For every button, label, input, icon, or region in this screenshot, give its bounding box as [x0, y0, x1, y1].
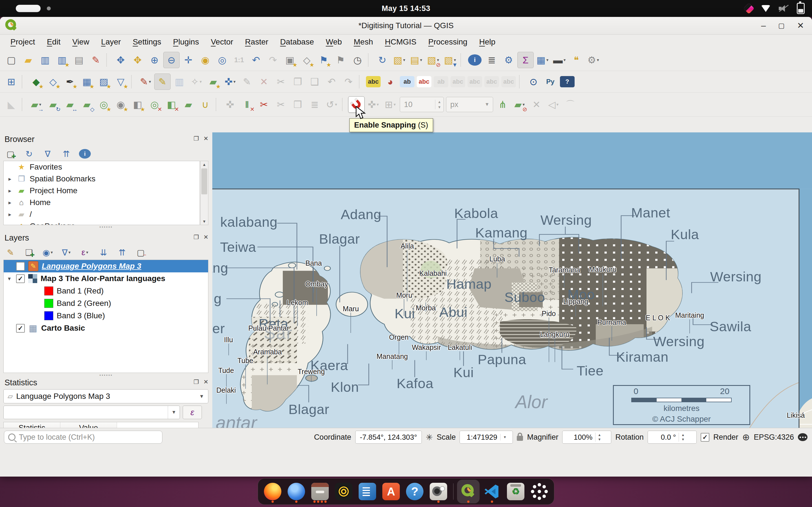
data-source-manager-button[interactable]: ⊞ [3, 73, 19, 90]
delete-part-button[interactable]: ◧✕ [163, 96, 180, 113]
panel-splitter-2[interactable]: •••••• [0, 374, 212, 377]
browser-scrollbar[interactable]: ▲▼ [200, 161, 208, 225]
snapping-button[interactable] [348, 96, 364, 113]
layer-item-carto-basic[interactable]: ✓▦Carto Basic [4, 322, 208, 334]
dock-item-files[interactable] [309, 480, 331, 503]
dock-item-font-app[interactable]: A [380, 480, 402, 503]
browser-item-home[interactable]: ▸⌂Home [4, 196, 200, 209]
topological-editing-button[interactable]: ⋔ [495, 96, 511, 113]
offset-curve-button[interactable]: ∪ [197, 96, 213, 113]
add-group-button[interactable]: ❏✚ [23, 247, 35, 258]
menu-processing[interactable]: Processing [422, 36, 473, 48]
layout-manager-button[interactable]: ▤ [71, 52, 87, 68]
expander-icon[interactable]: ▸ [6, 211, 13, 218]
menu-vector[interactable]: Vector [205, 36, 239, 48]
layer-styling-button[interactable]: ✎ [4, 247, 16, 258]
identify-features-button[interactable]: i [467, 52, 483, 68]
move-feature-button[interactable]: ▰→▾ [28, 96, 44, 113]
browser-tree[interactable]: ★Favorites▸❒Spatial Bookmarks▸▰Project H… [3, 161, 200, 225]
layer-visibility-checkbox[interactable]: ✓ [16, 274, 25, 283]
statistics-float-button[interactable]: ❐ [194, 379, 199, 385]
zoom-to-selection-button[interactable]: ◉ [197, 52, 213, 68]
screen-recorder-icon[interactable] [743, 3, 755, 14]
rotation-spin[interactable]: 0.0 ° ▲▼ [648, 431, 697, 444]
lock-scale-icon[interactable] [517, 436, 523, 441]
properties-info-button[interactable]: i [79, 148, 91, 159]
zoom-to-layer-button[interactable]: ◎ [214, 52, 231, 68]
avoid-overlap-button[interactable]: ▰⊘▾ [511, 96, 528, 113]
vertex-editor-button[interactable]: ‖✕ [239, 96, 255, 113]
menu-settings[interactable]: Settings [127, 36, 167, 48]
statistical-summary-button[interactable]: ≣ [484, 52, 500, 68]
layer-item-band-3-blue-[interactable]: Band 3 (Blue) [4, 309, 208, 322]
show-bookmarks-button[interactable]: ⚑ [333, 52, 349, 68]
layer-diagram-button[interactable]: ◕ [382, 73, 398, 90]
browser-item-project-home[interactable]: ▸▰Project Home [4, 185, 200, 196]
filter-legend-button[interactable]: ∇▾ [60, 247, 72, 258]
menu-layer[interactable]: Layer [95, 36, 127, 48]
panel-splitter[interactable]: •••••• [0, 225, 212, 229]
scale-combo[interactable]: 1:471929 ▼ [460, 431, 513, 444]
fill-ring-button[interactable]: ◉★ [112, 96, 129, 113]
menu-edit[interactable]: Edit [41, 36, 66, 48]
new-spatial-bookmark-button[interactable]: ⚑★ [315, 52, 332, 68]
add-ring-button[interactable]: ◎★ [96, 96, 112, 113]
dock-item-trash[interactable]: ♻ [504, 480, 527, 503]
expression-builder-button[interactable]: ε [183, 406, 202, 419]
minimize-button[interactable]: – [761, 21, 766, 30]
zoom-in-button[interactable]: ⊕ [146, 52, 163, 68]
workspace-pill[interactable] [16, 5, 41, 12]
delete-ring-button[interactable]: ◎✕ [146, 96, 163, 113]
restore-button[interactable]: ▢ [778, 22, 784, 29]
column-statistic[interactable]: Statistic [4, 422, 60, 428]
menu-raster[interactable]: Raster [239, 36, 274, 48]
layer-visibility-checkbox[interactable] [16, 262, 25, 271]
zoom-last-button[interactable]: ↶ [248, 52, 264, 68]
statistics-layer-select[interactable]: ▱ Language Polygons Map 3 ▼ [3, 389, 208, 403]
new-shapefile-button[interactable]: ◇★ [45, 73, 61, 90]
menu-view[interactable]: View [66, 36, 95, 48]
dock-item-app-grid[interactable] [528, 480, 551, 503]
vertex-tool-button[interactable]: ✜▾ [222, 73, 238, 90]
processing-toolbox-button[interactable]: ⚙ [500, 52, 517, 68]
layer-item-map-3-the-alor-pantar-languages[interactable]: ▾✓Map 3 The Alor-Pantar languages [4, 272, 208, 285]
dock-item-libreoffice-writer[interactable] [356, 480, 378, 503]
crs-globe-icon[interactable]: ⊕ [742, 432, 750, 443]
add-polygon-feature-button[interactable]: ▰★ [205, 73, 221, 90]
save-as-button[interactable]: ▥★ [54, 52, 70, 68]
refresh-browser-button[interactable]: ↻ [23, 148, 35, 159]
attribute-table-button[interactable]: ▦▾ [534, 52, 551, 68]
processing-run-button[interactable]: ⚙▾ [585, 52, 601, 68]
show-statistics-button[interactable]: Σ [517, 52, 534, 68]
render-checkbox[interactable]: ✓ [701, 433, 709, 442]
dock-item-firefox[interactable] [261, 480, 284, 503]
pan-to-selection-button[interactable]: ✥ [130, 52, 146, 68]
new-map-view-button[interactable]: ▣★ [282, 52, 298, 68]
pan-map-button[interactable]: ✥ [112, 52, 129, 68]
expander-icon[interactable]: ▸ [6, 187, 13, 194]
map-tips-button[interactable]: ❝ [568, 52, 585, 68]
split-features-button[interactable]: ✂ [256, 96, 272, 113]
help-button[interactable]: ? [559, 73, 575, 90]
measure-button[interactable]: ▬▾ [551, 52, 567, 68]
menu-database[interactable]: Database [274, 36, 320, 48]
deselect-features-button[interactable]: ▧⊘▾ [425, 52, 441, 68]
layer-visibility-checkbox[interactable]: ✓ [16, 324, 25, 333]
new-virtual-layer-button[interactable]: ▨★ [96, 73, 112, 90]
layer-labeling-button[interactable]: abc [365, 73, 382, 90]
layers-close-button[interactable]: ✕ [203, 234, 208, 240]
new-temporary-scratch-layer-button[interactable]: ▦★ [79, 73, 95, 90]
zoom-out-button[interactable]: ⊖ [163, 52, 180, 68]
style-manager-button[interactable]: ✎ [88, 52, 104, 68]
manage-themes-button[interactable]: ◉▾ [42, 247, 54, 258]
coordinate-input[interactable]: -7.854°, 124.303° [355, 431, 422, 444]
browser-item-spatial-bookmarks[interactable]: ▸❒Spatial Bookmarks [4, 173, 200, 185]
layer-item-language-polygons-map-3[interactable]: ✎Language Polygons Map 3 [4, 260, 208, 272]
dock-item-qgis[interactable] [457, 480, 479, 503]
expander-icon[interactable]: ▾ [6, 275, 13, 282]
dock-item-media-player[interactable] [333, 480, 355, 503]
layers-float-button[interactable]: ❐ [194, 234, 199, 240]
dock-item-thunderbird[interactable] [285, 480, 308, 503]
dock-item-vscode[interactable] [481, 480, 503, 503]
add-part-button[interactable]: ◧★ [130, 96, 146, 113]
